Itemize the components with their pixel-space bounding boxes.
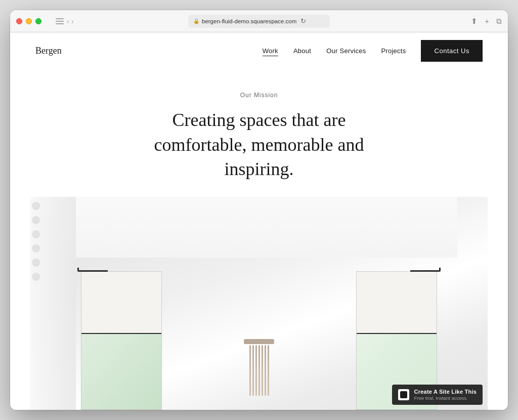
macrame-strand: [268, 345, 269, 396]
macrame-top: [244, 339, 274, 344]
contact-us-button[interactable]: Contact Us: [421, 40, 483, 62]
image-section: Create A Site Like This Free trial. Inst…: [30, 197, 488, 410]
squarespace-badge[interactable]: Create A Site Like This Free trial. Inst…: [392, 385, 483, 405]
window-shade-left: [81, 272, 161, 333]
macrame-strand: [265, 345, 266, 396]
traffic-lights: [16, 18, 41, 24]
ceiling: [61, 197, 457, 258]
site-nav: Work About Our Services Projects Contact…: [263, 40, 483, 62]
forward-arrow-icon[interactable]: ›: [71, 17, 74, 25]
close-button[interactable]: [16, 18, 22, 24]
minimize-button[interactable]: [26, 18, 32, 24]
share-icon[interactable]: ⬆: [471, 17, 478, 26]
curtain-fabric-left: [30, 197, 76, 410]
macrame-body: [249, 345, 269, 396]
hero-headline: Creating spaces that are comfortable, me…: [127, 108, 391, 182]
nav-link-about[interactable]: About: [293, 47, 311, 55]
hero-section: Our Mission Creating spaces that are com…: [10, 69, 508, 197]
macrame-strand: [262, 345, 263, 396]
site-logo[interactable]: Bergen: [35, 46, 62, 56]
nav-link-services[interactable]: Our Services: [326, 47, 366, 55]
nav-link-projects[interactable]: Projects: [381, 47, 406, 55]
window-shade-right: [357, 272, 437, 333]
site-header: Bergen Work About Our Services Projects …: [10, 32, 508, 69]
refresh-icon[interactable]: ↻: [300, 17, 306, 25]
address-bar[interactable]: 🔒 bergen-fluid-demo.squarespace.com ↻: [188, 15, 330, 28]
squarespace-badge-subtitle: Free trial. Instant access.: [414, 395, 477, 401]
new-tab-icon[interactable]: +: [485, 17, 489, 26]
macrame-decor: [239, 339, 279, 410]
mac-window: ‹ › 🔒 bergen-fluid-demo.squarespace.com …: [10, 10, 508, 410]
url-text: bergen-fluid-demo.squarespace.com: [202, 18, 296, 24]
room-image: Create A Site Like This Free trial. Inst…: [30, 197, 488, 410]
mission-label: Our Mission: [240, 92, 278, 99]
back-arrow-icon[interactable]: ‹: [67, 17, 69, 25]
rod-bracket-right: [410, 268, 441, 272]
macrame-strand: [255, 345, 257, 396]
nav-link-work[interactable]: Work: [263, 47, 278, 55]
window-left: [81, 271, 162, 410]
maximize-button[interactable]: [35, 18, 41, 24]
nav-arrows: ‹ ›: [67, 17, 73, 25]
title-bar: ‹ › 🔒 bergen-fluid-demo.squarespace.com …: [10, 10, 508, 32]
squarespace-badge-title: Create A Site Like This: [414, 389, 477, 395]
lock-icon: 🔒: [193, 18, 199, 24]
sidebar-toggle-icon[interactable]: [56, 18, 64, 24]
squarespace-badge-text: Create A Site Like This Free trial. Inst…: [414, 389, 477, 401]
rod-bracket-left: [77, 268, 108, 272]
macrame-strand: [249, 345, 251, 396]
site-content: Bergen Work About Our Services Projects …: [10, 32, 508, 410]
macrame-strand: [252, 345, 254, 396]
window-controls-right: ⬆ + ⧉: [471, 17, 502, 26]
squarespace-logo-icon: [398, 389, 409, 400]
tabs-icon[interactable]: ⧉: [496, 17, 502, 26]
macrame-strand: [258, 345, 260, 396]
window-controls-left: ‹ ›: [16, 17, 73, 25]
squarespace-logo-inner: [400, 391, 407, 398]
